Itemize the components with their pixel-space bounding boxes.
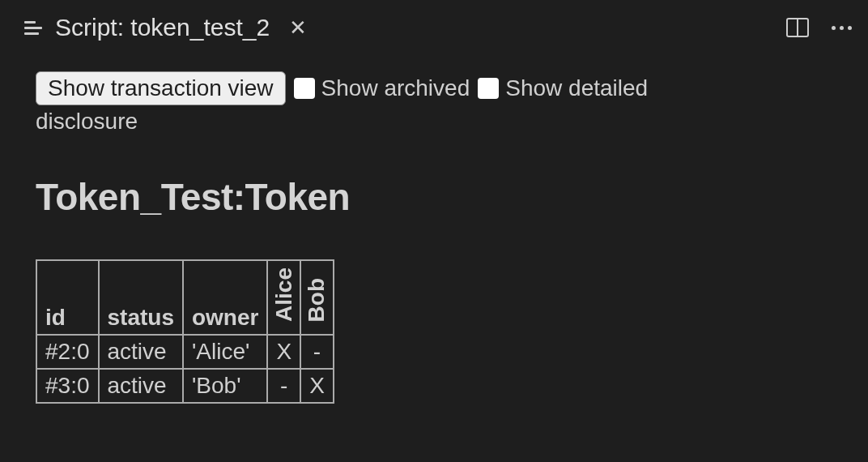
cell-id: #3:0 — [36, 369, 99, 403]
show-archived-checkbox[interactable]: Show archived — [294, 71, 470, 105]
show-detailed-checkbox[interactable]: Show detailed — [478, 71, 648, 105]
table-row: #3:0 active 'Bob' - X — [36, 369, 334, 403]
cell-party-alice: - — [267, 369, 300, 403]
col-party-alice: Alice — [267, 260, 300, 335]
table-header-row: id status owner Alice Bob — [36, 260, 334, 335]
show-transaction-view-button[interactable]: Show transaction view — [36, 71, 286, 105]
close-icon[interactable]: ✕ — [289, 15, 307, 41]
cell-id: #2:0 — [36, 335, 99, 369]
col-status: status — [99, 260, 183, 335]
table-row: #2:0 active 'Alice' X - — [36, 335, 334, 369]
tab[interactable]: Script: token_test_2 ✕ — [24, 14, 307, 41]
cell-owner: 'Alice' — [183, 335, 267, 369]
tab-actions — [786, 18, 852, 37]
cell-status: active — [99, 335, 183, 369]
disclosure-label: disclosure — [36, 109, 832, 135]
token-table: id status owner Alice Bob #2:0 active 'A… — [36, 259, 334, 404]
split-editor-icon[interactable] — [786, 18, 809, 37]
col-party-bob: Bob — [300, 260, 334, 335]
cell-owner: 'Bob' — [183, 369, 267, 403]
col-id: id — [36, 260, 99, 335]
cell-party-alice: X — [267, 335, 300, 369]
more-icon[interactable] — [832, 26, 852, 30]
cell-party-bob: X — [300, 369, 334, 403]
checkbox-icon — [294, 78, 315, 99]
view-controls: Show transaction view Show archived Show… — [36, 71, 832, 105]
checkbox-icon — [478, 78, 499, 99]
tab-title: Script: token_test_2 — [55, 14, 270, 41]
cell-party-bob: - — [300, 335, 334, 369]
show-archived-label: Show archived — [321, 71, 470, 105]
content-area: Show transaction view Show archived Show… — [0, 55, 868, 420]
tab-bar: Script: token_test_2 ✕ — [0, 0, 868, 55]
col-owner: owner — [183, 260, 267, 335]
show-detailed-label: Show detailed — [505, 71, 648, 105]
cell-status: active — [99, 369, 183, 403]
section-heading: Token_Test:Token — [36, 175, 832, 219]
list-icon — [24, 21, 44, 35]
